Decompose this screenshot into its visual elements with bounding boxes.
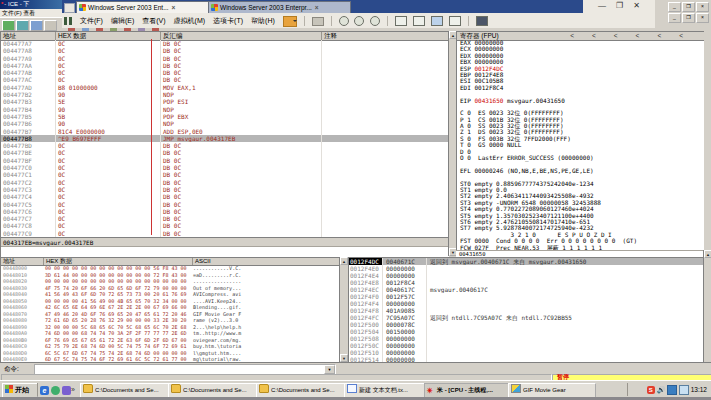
disasm-row[interactable]: 004477B781C4 E0000000ADD ESP,0E0 — [1, 128, 449, 135]
stack-row[interactable]: 0012F4DC0040671C返回到 msvgaur.0040671C 来自 … — [349, 258, 704, 265]
disasm-row[interactable]: 004477A80CDB 0C — [1, 47, 449, 54]
start-button[interactable]: 开始 — [2, 383, 38, 398]
suspend-vm-icon[interactable] — [64, 17, 72, 25]
taskbar-button[interactable]: GIF Movie Gear — [508, 383, 596, 398]
vmware-logo-icon[interactable] — [64, 3, 75, 13]
stack-row[interactable]: 0012F4F400000000 — [349, 300, 704, 307]
hexdump-rows[interactable]: 0044800000 00 00 00 00 00 00 00 00 00 00… — [1, 265, 340, 363]
disasm-row[interactable]: 004477B55BPOP EBX — [1, 113, 449, 120]
stack-row[interactable]: 0012F4EC0040617Cmsvgaur.0040617C — [349, 286, 704, 293]
chevron-right-icon[interactable]: » — [71, 386, 75, 393]
stack-row[interactable]: 0012F4E400000000 — [349, 272, 704, 279]
disasm-row[interactable]: 004477AC0CDB 0C — [1, 76, 449, 83]
disasm-row[interactable]: 004477C50CDB 0C — [1, 201, 449, 208]
disasm-row[interactable]: 004477A70CDB 0C — [1, 40, 449, 47]
disasm-comment — [322, 171, 449, 178]
media-player-icon[interactable] — [62, 386, 71, 395]
power-dropdown-icon[interactable] — [283, 16, 297, 27]
disasm-row[interactable]: 004477BE0CDB 0C — [1, 149, 449, 156]
disasm-row[interactable]: 004477BF0CDB 0C — [1, 157, 449, 164]
registers-list[interactable]: EAX 00000000ECX 00000000EDX 00000000EBX … — [457, 40, 707, 251]
host-window-menu[interactable]: 文件(F) 查看 — [0, 9, 64, 17]
host-pause-button[interactable] — [44, 20, 57, 31]
sogou-input-icon[interactable]: S — [647, 386, 655, 394]
snapshot-icon[interactable] — [312, 17, 324, 26]
disasm-row[interactable]: 004477A90CDB 0C — [1, 55, 449, 62]
ie-icon[interactable]: e — [40, 386, 49, 395]
fullscreen-icon[interactable] — [476, 16, 488, 26]
stack-pane[interactable]: 0012F4DC0040671C返回到 msvgaur.0040671C 来自 … — [348, 257, 704, 363]
disasm-row[interactable]: 004477B490NOP — [1, 106, 449, 113]
stack-row[interactable]: 0012F50800000000 — [349, 335, 704, 342]
minimize-icon[interactable]: _ — [668, 13, 681, 23]
tab-close-icon[interactable]: × — [315, 4, 319, 11]
taskbar-button[interactable]: C:\Documents and Se... — [80, 383, 170, 398]
taskbar-button[interactable]: 新建 文本文档.tx... — [344, 383, 426, 398]
disasm-row[interactable]: 004477C90CDB 0C — [1, 230, 449, 237]
stack-row[interactable]: 0012F50400150000 — [349, 328, 704, 335]
disasm-row[interactable]: 004477B290NOP — [1, 91, 449, 98]
disasm-row[interactable]: 004477B690NOP — [1, 120, 449, 127]
stack-row[interactable]: 0012F4FC7C95A07C返回到 ntdll.7C95A07C 来自 nt… — [349, 314, 704, 321]
disasm-row[interactable]: 004477B35EPOP ESI — [1, 98, 449, 105]
disasm-row[interactable]: 004477C70CDB 0C — [1, 215, 449, 222]
taskbar-button[interactable]: C:\Documents and Se... — [256, 383, 346, 398]
taskbar-button[interactable]: ✳米 - [CPU - 主线程,... — [424, 383, 510, 398]
stack-row[interactable]: 0012F4F00012F57C — [349, 293, 704, 300]
host-step-button[interactable] — [30, 20, 43, 31]
disasm-row[interactable]: 004477AB0CDB 0C — [1, 69, 449, 76]
host-restart-button[interactable] — [16, 20, 29, 31]
disasm-row[interactable]: 004477C80CDB 0C — [1, 222, 449, 229]
tab-close-icon[interactable]: × — [172, 4, 176, 11]
network-icon[interactable] — [667, 385, 677, 395]
disassembly-rows[interactable]: 004477A70CDB 0C004477A80CDB 0C004477A90C… — [1, 40, 449, 237]
console-view-icon[interactable] — [413, 16, 425, 26]
vmware-menu-item[interactable]: 查看(V) — [138, 13, 169, 28]
vmware-menu-item[interactable]: 编辑(E) — [107, 13, 138, 28]
show-library-icon[interactable] — [395, 16, 407, 26]
stack-row[interactable]: 0012F50C00000000 — [349, 342, 704, 349]
host-window-titlebar[interactable]: *- ICE - 下 — [0, 0, 62, 9]
stack-scrollbar[interactable]: ▲ — [703, 250, 711, 362]
host-run-button[interactable] — [2, 20, 15, 31]
taskbar-button[interactable]: C:\Documents and Se... — [168, 383, 258, 398]
manage-snapshot-icon[interactable] — [370, 16, 380, 26]
registers-pin-icons[interactable]: <<<<<< — [570, 32, 701, 40]
vmware-menu-item[interactable]: 帮助(H) — [247, 13, 279, 28]
display-icon[interactable] — [679, 385, 689, 395]
vmware-menu-item[interactable]: 文件(F) — [76, 13, 107, 28]
disasm-row[interactable]: 004477ADB8 01000000MOV EAX,1 — [1, 84, 449, 91]
restore-icon[interactable]: ❐ — [682, 13, 695, 23]
restore-icon[interactable]: ❐ — [682, 2, 695, 12]
vmware-menu-item[interactable]: 虚拟机(M) — [170, 13, 210, 28]
stack-row[interactable]: 0012F4F8401A9085 — [349, 307, 704, 314]
disasm-row[interactable]: 004477C10CDB 0C — [1, 171, 449, 178]
disasm-row[interactable]: 004477B8^E9 B697EFFFJMP msvgaur.004317EB — [1, 135, 449, 142]
close-icon[interactable]: × — [696, 13, 709, 23]
msn-icon[interactable] — [51, 386, 60, 395]
close-icon[interactable]: × — [696, 2, 709, 12]
thumbnail-view-icon[interactable] — [449, 16, 461, 26]
disasm-row[interactable]: 004477C30CDB 0C — [1, 186, 449, 193]
stack-row[interactable]: 0012F51000000000 — [349, 349, 704, 356]
revert-snapshot-icon[interactable] — [354, 16, 364, 26]
stack-row[interactable]: 0012F5000000078C — [349, 321, 704, 328]
disasm-row[interactable]: 004477C60CDB 0C — [1, 208, 449, 215]
speaker-icon[interactable]: 🔊 — [657, 386, 665, 394]
minimize-icon[interactable]: _ — [668, 2, 681, 12]
stack-row[interactable]: 0012F4E000000000 — [349, 265, 704, 272]
disasm-hex: ^E9 B697EFFF — [56, 135, 161, 142]
disasm-row[interactable]: 004477BD0CDB 0C — [1, 142, 449, 149]
stack-row[interactable]: 0012F4E80012F8C4 — [349, 279, 704, 286]
minimize-icon[interactable]: — — [598, 1, 606, 10]
vmware-menu-item[interactable]: 选项卡(T) — [209, 13, 247, 28]
restore-icon[interactable]: ❐ — [616, 1, 623, 10]
disasm-row[interactable]: 004477C00CDB 0C — [1, 164, 449, 171]
take-snapshot-icon[interactable] — [339, 16, 349, 26]
close-icon[interactable]: ✕ — [633, 1, 640, 10]
chevron-down-icon[interactable]: ▼ — [324, 365, 335, 374]
disasm-row[interactable]: 004477AA0CDB 0C — [1, 62, 449, 69]
unity-view-icon[interactable] — [431, 16, 443, 26]
disasm-row[interactable]: 004477C20CDB 0C — [1, 179, 449, 186]
disasm-row[interactable]: 004477C40CDB 0C — [1, 193, 449, 200]
